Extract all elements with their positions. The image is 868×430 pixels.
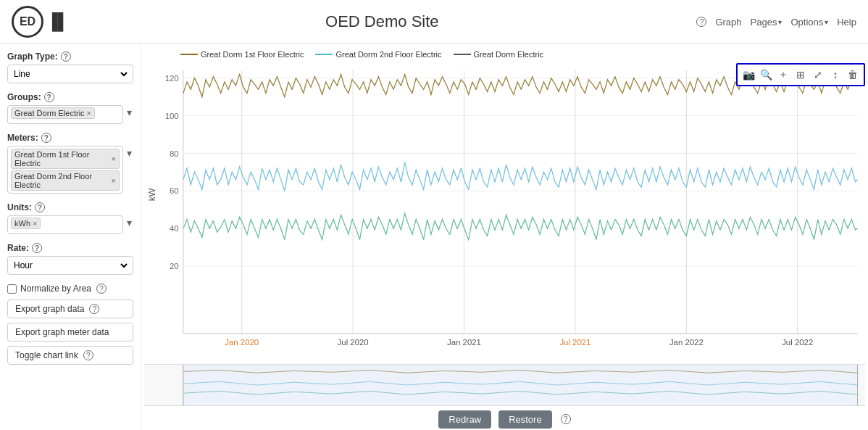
zoom-in-tool-button[interactable]: 🔍 (758, 67, 774, 83)
groups-section: Groups: ? Great Dorm Electric × ▾ (7, 92, 133, 124)
bottom-help-icon[interactable]: ? (561, 414, 571, 424)
mini-chart-svg (144, 365, 865, 405)
redraw-button[interactable]: Redraw (438, 410, 491, 429)
meter-tag-2nd-remove[interactable]: × (112, 176, 116, 185)
graph-type-section: Graph Type: ? LineBarCompareMap (7, 51, 133, 83)
units-label: Units: ? (7, 202, 133, 212)
legend-line-3 (454, 54, 471, 55)
normalize-row: Normalize by Area ? (7, 284, 133, 294)
nav-help-link[interactable]: Help (837, 17, 856, 28)
unit-tag-kwh: kWh × (11, 218, 41, 229)
svg-text:120: 120 (165, 74, 179, 83)
meter-tag-1st-floor: Great Dorm 1st Floor Electric × (11, 149, 120, 169)
nav-pages-dropdown[interactable]: Pages ▾ (751, 17, 783, 28)
svg-text:Jul 2021: Jul 2021 (559, 338, 591, 347)
logo-text: ED (20, 15, 36, 28)
svg-text:Jul 2020: Jul 2020 (338, 338, 369, 347)
normalize-help-icon[interactable]: ? (96, 284, 107, 294)
groups-help-icon[interactable]: ? (44, 92, 54, 102)
groups-label: Groups: ? (7, 92, 133, 102)
svg-text:20: 20 (170, 262, 179, 270)
graph-type-dropdown[interactable]: LineBarCompareMap (11, 68, 130, 80)
rate-section: Rate: ? HourDayWeekMonthYear (7, 243, 133, 275)
chart-area: 📷 🔍 ＋ ⊞ ⤢ ↕ 🗑 120 100 80 (144, 63, 865, 430)
logo-circle: ED (12, 6, 43, 38)
legend-line-1 (180, 54, 198, 55)
svg-text:kW: kW (147, 188, 157, 201)
svg-text:100: 100 (165, 112, 179, 120)
meter-tag-2nd-floor: Great Dorm 2nd Floor Electric × (11, 170, 120, 191)
toggle-help-icon[interactable]: ? (83, 350, 93, 360)
svg-text:Jan 2021: Jan 2021 (447, 338, 481, 347)
group-tag-great-dorm: Great Dorm Electric × (11, 107, 95, 119)
chart-legend: Great Dorm 1st Floor Electric Great Dorm… (144, 49, 865, 63)
toggle-chart-link-button[interactable]: Toggle chart link ? (7, 346, 133, 365)
legend-item-3: Great Dorm Electric (454, 50, 544, 59)
logo: ED ▐▌ (12, 6, 69, 38)
mini-chart (144, 364, 865, 406)
legend-label-1: Great Dorm 1st Floor Electric (201, 50, 304, 59)
rate-dropdown[interactable]: HourDayWeekMonthYear (11, 260, 130, 271)
series2-line (183, 162, 858, 191)
units-expand-arrow[interactable]: ▾ (125, 215, 133, 230)
restore-button[interactable]: Restore (498, 410, 552, 429)
normalize-checkbox[interactable] (7, 284, 17, 294)
graph-type-label: Graph Type: ? (7, 51, 133, 62)
units-tag-input[interactable]: kWh × (7, 215, 123, 234)
header-nav: ? Graph Pages ▾ Options ▾ Help (695, 17, 856, 28)
export-graph-help-icon[interactable]: ? (89, 304, 99, 314)
graph-type-help-icon[interactable]: ? (61, 51, 71, 62)
chart-toolbar: 📷 🔍 ＋ ⊞ ⤢ ↕ 🗑 (736, 63, 865, 86)
units-section: Units: ? kWh × ▾ (7, 202, 133, 234)
groups-expand-arrow[interactable]: ▾ (125, 105, 133, 120)
header: ED ▐▌ OED Demo Site ? Graph Pages ▾ Opti… (0, 0, 868, 44)
camera-tool-button[interactable]: 📷 (740, 67, 756, 83)
svg-text:60: 60 (170, 186, 179, 195)
pages-caret: ▾ (778, 18, 782, 26)
svg-rect-27 (183, 365, 858, 405)
content-area: Great Dorm 1st Floor Electric Great Dorm… (141, 44, 868, 430)
legend-label-2: Great Dorm 2nd Floor Electric (335, 50, 441, 59)
main-layout: Graph Type: ? LineBarCompareMap Groups: … (0, 44, 868, 430)
svg-text:40: 40 (170, 224, 179, 233)
add-tool-button[interactable]: ＋ (775, 67, 791, 83)
legend-label-3: Great Dorm Electric (474, 50, 544, 59)
rate-label: Rate: ? (7, 243, 133, 253)
graph-type-select[interactable]: LineBarCompareMap (7, 65, 133, 83)
meters-help-icon[interactable]: ? (41, 133, 51, 143)
signal-icon: ▐▌ (46, 12, 69, 31)
meters-label: Meters: ? (7, 133, 133, 143)
meters-section: Meters: ? Great Dorm 1st Floor Electric … (7, 133, 133, 194)
rate-select[interactable]: HourDayWeekMonthYear (7, 256, 133, 275)
units-help-icon[interactable]: ? (35, 202, 45, 212)
legend-item-2: Great Dorm 2nd Floor Electric (315, 50, 441, 59)
legend-line-2 (315, 54, 333, 55)
selection-tool-button[interactable]: ⤢ (810, 67, 826, 83)
rate-help-icon[interactable]: ? (32, 243, 42, 253)
meter-tag-1st-remove[interactable]: × (112, 154, 116, 163)
groups-tag-input[interactable]: Great Dorm Electric × (7, 105, 123, 124)
nav-options-dropdown[interactable]: Options ▾ (790, 17, 828, 28)
series1-line (183, 213, 858, 239)
meters-tag-input[interactable]: Great Dorm 1st Floor Electric × Great Do… (7, 146, 123, 194)
group-tag-remove[interactable]: × (87, 109, 91, 117)
export-graph-meter-data-button[interactable]: Export graph meter data (7, 323, 133, 342)
trash-tool-button[interactable]: 🗑 (845, 67, 861, 83)
svg-text:Jan 2020: Jan 2020 (225, 338, 259, 347)
nav-graph-link[interactable]: Graph (715, 17, 741, 28)
bottom-controls: Redraw Restore ? (144, 406, 865, 430)
grid-tool-button[interactable]: ⊞ (793, 67, 809, 83)
nav-help-icon[interactable]: ? (696, 17, 706, 27)
main-chart-svg: 120 100 80 60 40 20 kW Jan 20 (144, 63, 865, 364)
svg-text:Jul 2022: Jul 2022 (782, 338, 813, 347)
zoom-out-tool-button[interactable]: ↕ (827, 67, 843, 83)
svg-text:Jan 2022: Jan 2022 (669, 338, 704, 347)
meters-expand-arrow[interactable]: ▾ (125, 146, 133, 160)
options-caret: ▾ (825, 18, 828, 26)
main-chart-svg-wrapper: 120 100 80 60 40 20 kW Jan 20 (144, 63, 865, 364)
unit-tag-remove[interactable]: × (33, 219, 37, 228)
page-title: OED Demo Site (325, 12, 439, 31)
svg-text:80: 80 (170, 149, 179, 158)
sidebar: Graph Type: ? LineBarCompareMap Groups: … (0, 44, 141, 430)
export-graph-data-button[interactable]: Export graph data ? (7, 299, 133, 318)
